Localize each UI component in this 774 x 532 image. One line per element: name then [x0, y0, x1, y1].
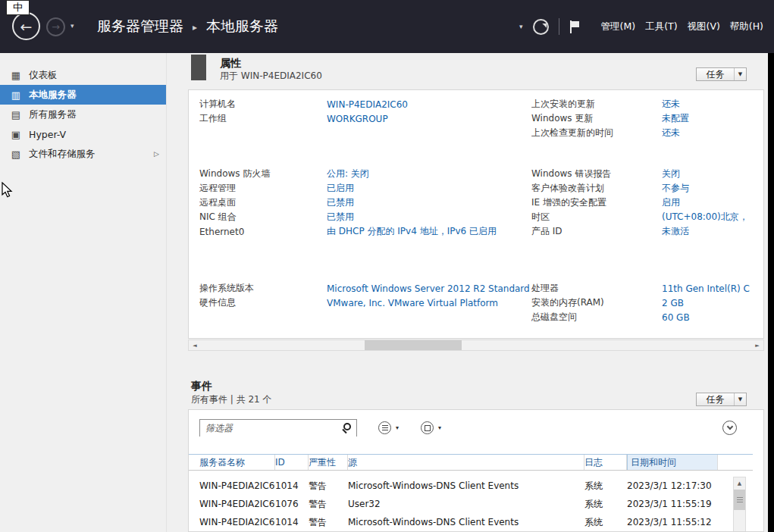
menu-manage[interactable]: 管理(M)	[601, 20, 636, 33]
all-servers-icon: ▤	[10, 109, 22, 120]
property-value-link[interactable]: Microsoft Windows Server 2012 R2 Standar…	[327, 283, 530, 294]
scroll-up-icon[interactable]: ▲	[734, 477, 745, 490]
cell-source: User32	[348, 499, 584, 509]
column-header-server-name[interactable]: 服务器名称	[199, 455, 275, 470]
property-value-link[interactable]: 11th Gen Intel(R) C	[662, 283, 750, 294]
horizontal-scrollbar[interactable]: ◄ ►	[188, 340, 764, 351]
forward-arrow-icon: →	[52, 21, 60, 33]
menu-view[interactable]: 视图(V)	[688, 20, 720, 33]
menu-tools[interactable]: 工具(T)	[645, 20, 677, 33]
sidebar-item-hyper-v[interactable]: ▣ Hyper-V	[0, 124, 166, 144]
property-value-link[interactable]: 已禁用	[327, 211, 354, 224]
property-label: 上次检查更新的时间	[531, 127, 662, 139]
filter-input[interactable]	[200, 421, 356, 437]
property-value-link[interactable]: 关闭	[662, 167, 680, 180]
column-header-severity[interactable]: 严重性	[309, 455, 348, 470]
property-value-link[interactable]: 2 GB	[662, 298, 684, 308]
file-storage-icon: ▧	[10, 149, 22, 160]
table-row[interactable]: WIN-P4EDIA2IC60 1076 警告 User32 系统 2023/3…	[189, 495, 753, 513]
property-value-link[interactable]: WIN-P4EDIA2IC60	[327, 99, 408, 110]
properties-group-identity: 计算机名 WIN-P4EDIA2IC60 工作组 WORKGROUP	[199, 97, 530, 126]
cell-source: Microsoft-Windows-DNS Client Events	[348, 517, 584, 527]
collapse-tile-button[interactable]	[722, 421, 737, 435]
cell-id: 1014	[275, 480, 309, 491]
cell-log: 系统	[584, 498, 627, 511]
chevron-down-icon: ▾	[438, 424, 441, 431]
property-value-link[interactable]: 60 GB	[662, 312, 690, 323]
vertical-scrollbar-thumb[interactable]	[734, 490, 745, 510]
cell-id: 1014	[275, 517, 309, 527]
properties-tasks-button[interactable]: 任务 ▼	[696, 67, 747, 81]
sidebar: ▦ 仪表板 ▥ 本地服务器 ▤ 所有服务器 ▣ Hyper-V ▧ 文件和存储服…	[0, 53, 167, 532]
horizontal-scrollbar-thumb[interactable]	[365, 340, 462, 350]
property-row: Ethernet0 由 DHCP 分配的 IPv4 地址，IPv6 已启用	[199, 224, 530, 239]
ime-indicator[interactable]: 中	[6, 0, 30, 15]
properties-group-network: Windows 防火墙 公用: 关闭 远程管理 已启用 远程桌面 已禁用 NIC…	[199, 167, 530, 239]
cell-server-name: WIN-P4EDIA2IC60	[199, 480, 275, 491]
menu-help[interactable]: 帮助(H)	[730, 20, 763, 33]
local-server-icon: ▥	[10, 89, 22, 101]
property-value-link[interactable]: WORKGROUP	[327, 114, 388, 124]
table-row[interactable]: WIN-P4EDIA2IC60 1014 警告 Microsoft-Window…	[189, 513, 753, 531]
property-value-link[interactable]: 不参与	[662, 182, 689, 195]
search-icon[interactable]	[343, 423, 351, 430]
column-header-datetime[interactable]: 日期和时间	[627, 455, 718, 470]
vertical-scrollbar[interactable]: ▲	[733, 477, 746, 532]
property-label: 远程桌面	[199, 196, 327, 209]
nav-history-caret-icon[interactable]: ▾	[71, 22, 74, 30]
events-tasks-button[interactable]: 任务 ▼	[696, 393, 747, 406]
property-label: Windows 防火墙	[199, 167, 327, 180]
cell-id: 1076	[275, 499, 309, 509]
property-value-link[interactable]: (UTC+08:00)北京，	[662, 211, 748, 224]
events-save-query-button[interactable]: ▾	[421, 419, 457, 437]
property-label: 工作组	[199, 112, 327, 125]
property-value-link[interactable]: 已启用	[327, 182, 354, 195]
column-header-id[interactable]: ID	[275, 455, 309, 470]
property-row: IE 增强的安全配置 启用	[531, 196, 762, 210]
events-title: 事件	[191, 380, 212, 393]
property-value-link[interactable]: 还未	[662, 98, 680, 111]
back-button[interactable]: ←	[12, 12, 40, 40]
property-value-link[interactable]: 启用	[662, 196, 680, 209]
property-value-link[interactable]: 未激活	[662, 225, 689, 238]
title-bar: 中 ← → ▾ 服务器管理器 ▸ 本地服务器 ▾ 管理(M) 工具(T) 视图(…	[0, 0, 774, 53]
property-label: Windows 更新	[531, 112, 662, 125]
sidebar-item-all-servers[interactable]: ▤ 所有服务器	[0, 105, 166, 124]
refresh-icon[interactable]	[533, 19, 549, 35]
tasks-caret-icon: ▼	[734, 393, 746, 405]
properties-panel: 计算机名 WIN-P4EDIA2IC60 工作组 WORKGROUP Windo…	[188, 89, 764, 339]
sidebar-item-file-storage-services[interactable]: ▧ 文件和存储服务 ▷	[0, 144, 166, 164]
expand-arrow-icon[interactable]: ▷	[154, 150, 159, 158]
cell-log: 系统	[584, 480, 627, 493]
property-value-link[interactable]: 已禁用	[327, 196, 354, 209]
main-content: 属性 用于 WIN-P4EDIA2IC60 任务 ▼ 计算机名 WIN-P4ED…	[167, 53, 768, 532]
scroll-left-icon[interactable]: ◄	[189, 340, 201, 350]
dashboard-icon: ▦	[10, 70, 22, 81]
property-label: 时区	[531, 211, 662, 224]
property-value-link[interactable]: 未配置	[662, 112, 689, 125]
property-value-link[interactable]: 公用: 关闭	[327, 167, 369, 180]
table-row[interactable]: WIN-P4EDIA2IC60 1014 警告 Microsoft-Window…	[189, 477, 753, 495]
property-value-link[interactable]: VMware, Inc. VMware Virtual Platform	[327, 298, 498, 308]
property-row: 产品 ID 未激活	[531, 224, 762, 239]
sidebar-item-dashboard[interactable]: ▦ 仪表板	[0, 65, 166, 85]
tasks-button-label: 任务	[697, 68, 734, 81]
toolbar-caret-icon[interactable]: ▾	[519, 23, 523, 30]
sidebar-item-local-server[interactable]: ▥ 本地服务器	[0, 85, 166, 105]
property-value-link[interactable]: 由 DHCP 分配的 IPv4 地址，IPv6 已启用	[327, 225, 497, 238]
property-row: Windows 防火墙 公用: 关闭	[199, 167, 530, 181]
property-label: NIC 组合	[199, 211, 327, 224]
properties-title: 属性	[220, 57, 241, 70]
ime-label: 中	[13, 1, 23, 14]
column-header-log[interactable]: 日志	[584, 455, 627, 470]
notifications-flag-icon[interactable]	[569, 20, 579, 33]
column-header-source[interactable]: 源	[348, 455, 584, 470]
property-label: 客户体验改善计划	[531, 182, 662, 195]
events-filter-list-button[interactable]: ▾	[378, 419, 415, 437]
property-label: Ethernet0	[199, 227, 327, 237]
sidebar-item-label: 本地服务器	[29, 89, 77, 102]
scroll-right-icon[interactable]: ►	[751, 340, 763, 350]
property-row: 计算机名 WIN-P4EDIA2IC60	[199, 97, 530, 111]
forward-button[interactable]: →	[46, 17, 65, 36]
property-value-link[interactable]: 还未	[662, 127, 680, 139]
